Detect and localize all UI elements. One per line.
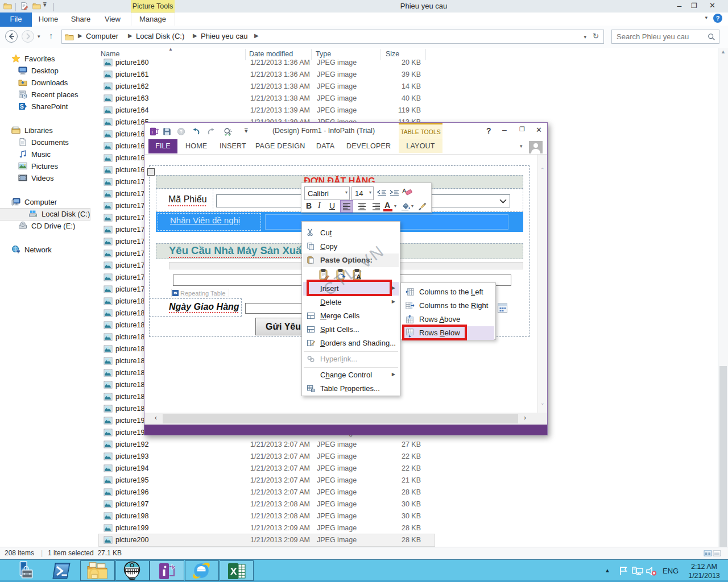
svg-text:i: i — [151, 129, 152, 135]
svg-text:S: S — [20, 103, 24, 110]
